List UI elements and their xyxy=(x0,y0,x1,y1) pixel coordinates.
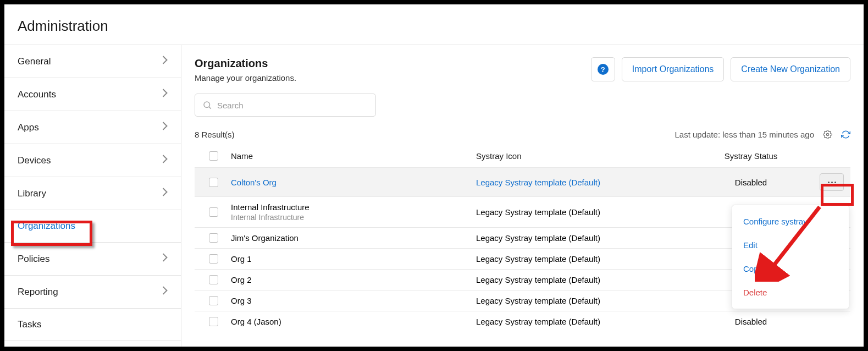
row-checkbox[interactable] xyxy=(209,296,218,305)
row-actions-dropdown: Configure systrayEditCopyDelete xyxy=(732,205,849,309)
org-name: Org 2 xyxy=(231,275,476,284)
sidebar-item-label: Policies xyxy=(18,254,50,265)
table-row: Colton's OrgLegacy Systray template (Def… xyxy=(195,167,850,196)
dropdown-item-edit[interactable]: Edit xyxy=(732,233,849,257)
sidebar-item-accounts[interactable]: Accounts xyxy=(4,78,181,111)
last-update-text: Last update: less than 15 minutes ago xyxy=(675,130,814,139)
sidebar-item-label: Accounts xyxy=(18,89,56,100)
gear-icon[interactable] xyxy=(823,130,832,139)
main-content: Organizations Manage your organizations.… xyxy=(181,45,864,347)
sidebar-item-general[interactable]: General xyxy=(4,45,181,78)
systray-icon-value: Legacy Systray template (Default) xyxy=(476,296,600,305)
systray-icon-value: Legacy Systray template (Default) xyxy=(476,207,600,217)
systray-icon-value[interactable]: Legacy Systray template (Default) xyxy=(476,178,600,187)
import-organizations-button[interactable]: Import Organizations xyxy=(622,57,725,81)
sidebar-item-label: Devices xyxy=(18,155,51,166)
sidebar-item-label: Tasks xyxy=(18,319,41,330)
sidebar-item-policies[interactable]: Policies xyxy=(4,243,181,276)
dropdown-item-copy[interactable]: Copy xyxy=(732,257,849,281)
chevron-right-icon xyxy=(162,89,168,100)
org-name: Internal Infrastructure xyxy=(231,202,476,212)
row-checkbox[interactable] xyxy=(209,254,218,264)
svg-point-2 xyxy=(826,133,828,135)
chevron-right-icon xyxy=(162,155,168,166)
sidebar-item-tasks[interactable]: Tasks xyxy=(4,309,181,341)
search-icon xyxy=(202,100,212,110)
search-input[interactable] xyxy=(195,94,376,117)
org-name: Org 3 xyxy=(231,296,476,305)
sidebar-item-reporting[interactable]: Reporting xyxy=(4,276,181,309)
chevron-right-icon xyxy=(162,56,168,67)
page-title: Administration xyxy=(4,4,864,45)
org-name[interactable]: Colton's Org xyxy=(231,178,476,187)
chevron-right-icon xyxy=(162,122,168,133)
systray-icon-value: Legacy Systray template (Default) xyxy=(476,254,600,264)
sidebar-item-label: Library xyxy=(18,188,46,199)
row-checkbox[interactable] xyxy=(209,317,218,326)
dropdown-item-configure-systray[interactable]: Configure systray xyxy=(732,210,849,233)
sidebar-item-devices[interactable]: Devices xyxy=(4,144,181,177)
org-subtitle: Internal Infrastructure xyxy=(231,213,476,222)
systray-icon-value: Legacy Systray template (Default) xyxy=(476,275,600,284)
results-count: 8 Result(s) xyxy=(195,130,235,139)
row-actions-button[interactable] xyxy=(820,173,844,191)
column-header-name[interactable]: Name xyxy=(229,151,476,161)
org-name: Org 4 (Jason) xyxy=(231,317,476,326)
column-header-systray-status[interactable]: Systray Status xyxy=(712,151,789,161)
systray-status-value: Disabled xyxy=(712,178,789,187)
systray-status-value: Disabled xyxy=(712,317,789,326)
create-organization-button[interactable]: Create New Organization xyxy=(731,57,850,81)
select-all-checkbox[interactable] xyxy=(209,151,218,161)
refresh-icon[interactable] xyxy=(841,130,850,139)
column-header-systray-icon[interactable]: Systray Icon xyxy=(476,151,712,161)
svg-point-0 xyxy=(204,102,210,108)
help-button[interactable]: ? xyxy=(591,57,615,81)
row-checkbox[interactable] xyxy=(209,233,218,243)
section-title: Organizations xyxy=(195,57,296,70)
svg-line-1 xyxy=(209,107,211,109)
table-header: Name Systray Icon Systray Status xyxy=(195,145,850,167)
sidebar-item-label: Apps xyxy=(18,122,39,133)
sidebar-item-label: Organizations xyxy=(18,221,75,232)
sidebar-item-apps[interactable]: Apps xyxy=(4,111,181,144)
chevron-right-icon xyxy=(162,286,168,298)
sidebar-item-library[interactable]: Library xyxy=(4,177,181,210)
sidebar-item-label: General xyxy=(18,56,51,67)
org-name: Jim's Organization xyxy=(231,233,476,243)
row-checkbox[interactable] xyxy=(209,178,218,187)
row-checkbox[interactable] xyxy=(209,275,218,284)
help-icon: ? xyxy=(598,64,609,75)
chevron-right-icon xyxy=(162,188,168,199)
sidebar-item-organizations[interactable]: Organizations xyxy=(4,210,181,243)
chevron-right-icon xyxy=(162,253,168,265)
table-row: Org 4 (Jason)Legacy Systray template (De… xyxy=(195,311,850,332)
section-subtitle: Manage your organizations. xyxy=(195,73,296,83)
systray-icon-value: Legacy Systray template (Default) xyxy=(476,233,600,243)
sidebar-item-label: Reporting xyxy=(18,287,58,298)
row-checkbox[interactable] xyxy=(209,207,218,217)
sidebar: GeneralAccountsAppsDevicesLibraryOrganiz… xyxy=(4,45,181,347)
org-name: Org 1 xyxy=(231,254,476,264)
systray-icon-value: Legacy Systray template (Default) xyxy=(476,317,600,326)
dropdown-item-delete[interactable]: Delete xyxy=(732,281,849,304)
